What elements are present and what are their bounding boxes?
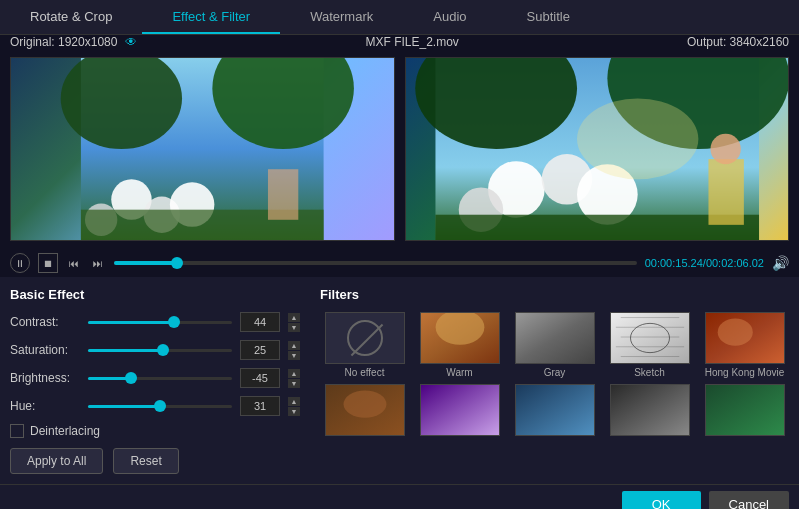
filter-row2-2[interactable] [415,384,504,439]
contrast-label: Contrast: [10,315,80,329]
filter-gray[interactable]: Gray [510,312,599,378]
filter-row2-3[interactable] [510,384,599,439]
bottom-panel: Basic Effect Contrast: 44 ▲ ▼ Satur [0,277,799,484]
prev-frame-button[interactable]: ⏮ [66,255,82,271]
preview-original [10,57,395,241]
contrast-row: Contrast: 44 ▲ ▼ [10,312,300,332]
saturation-down[interactable]: ▼ [288,351,300,360]
contrast-down[interactable]: ▼ [288,323,300,332]
tab-subtitle[interactable]: Subtitle [497,0,600,34]
video-info-row: Original: 1920x1080 👁 MXF FILE_2.mov Out… [0,35,799,49]
hue-value: 31 [240,396,280,416]
progress-bar[interactable] [114,261,637,265]
brightness-row: Brightness: -45 ▲ ▼ [10,368,300,388]
contrast-slider[interactable] [88,314,232,330]
contrast-value: 44 [240,312,280,332]
brightness-value: -45 [240,368,280,388]
deinterlace-checkbox[interactable] [10,424,24,438]
filter-thumb-no-effect [325,312,405,364]
filter-thumb-row2-3 [515,384,595,436]
contrast-fill [88,321,174,324]
filters-panel: Filters No effect [320,287,789,474]
saturation-up[interactable]: ▲ [288,341,300,350]
preview-output [405,57,790,241]
contrast-up[interactable]: ▲ [288,313,300,322]
tab-bar: Rotate & Crop Effect & Filter Watermark … [0,0,799,35]
deinterlace-label: Deinterlacing [30,424,100,438]
filter-label-sketch: Sketch [634,367,665,378]
brightness-down[interactable]: ▼ [288,379,300,388]
saturation-label: Saturation: [10,343,80,357]
filter-row2-4[interactable] [605,384,694,439]
filter-thumb-row2-5 [705,384,785,436]
svg-rect-40 [706,385,784,436]
no-effect-line [350,324,383,357]
cancel-button[interactable]: Cancel [709,491,789,509]
dialog-buttons: OK Cancel [0,484,799,509]
action-buttons: Apply to All Reset [10,448,300,474]
svg-point-17 [577,98,698,179]
stop-button[interactable]: ⏹ [38,253,58,273]
brightness-up[interactable]: ▲ [288,369,300,378]
tab-effect-filter[interactable]: Effect & Filter [142,0,280,34]
filter-hk-movie[interactable]: Hong Kong Movie [700,312,789,378]
main-area: Original: 1920x1080 👁 MXF FILE_2.mov Out… [0,35,799,509]
hue-fill [88,405,160,408]
filter-thumb-sketch [610,312,690,364]
filter-row2-1[interactable] [320,384,409,439]
filter-label-gray: Gray [544,367,566,378]
filters-title: Filters [320,287,789,302]
saturation-fill [88,349,163,352]
svg-rect-8 [268,169,298,220]
filters-grid: No effect [320,312,789,439]
volume-icon[interactable]: 🔊 [772,255,789,271]
hue-down[interactable]: ▼ [288,407,300,416]
brightness-label: Brightness: [10,371,80,385]
contrast-thumb[interactable] [168,316,180,328]
svg-rect-39 [611,385,689,436]
filter-sketch[interactable]: Sketch [605,312,694,378]
hue-spinners: ▲ ▼ [288,397,300,416]
filter-label-no-effect: No effect [345,367,385,378]
ok-button[interactable]: OK [622,491,701,509]
tab-watermark[interactable]: Watermark [280,0,403,34]
saturation-thumb[interactable] [157,344,169,356]
brightness-slider[interactable] [88,370,232,386]
time-display: 00:00:15.24/00:02:06.02 [645,257,764,269]
filter-no-effect[interactable]: No effect [320,312,409,378]
hue-label: Hue: [10,399,80,413]
file-name: MXF FILE_2.mov [365,35,458,49]
progress-thumb[interactable] [171,257,183,269]
saturation-slider[interactable] [88,342,232,358]
filter-thumb-row2-1 [325,384,405,436]
filter-label-hk-movie: Hong Kong Movie [705,367,785,378]
apply-all-button[interactable]: Apply to All [10,448,103,474]
saturation-spinners: ▲ ▼ [288,341,300,360]
tab-rotate-crop[interactable]: Rotate & Crop [0,0,142,34]
filter-row2-5[interactable] [700,384,789,439]
play-pause-button[interactable]: ⏸ [10,253,30,273]
next-frame-button[interactable]: ⏭ [90,255,106,271]
hue-slider[interactable] [88,398,232,414]
basic-effect-title: Basic Effect [10,287,300,302]
brightness-thumb[interactable] [125,372,137,384]
reset-button[interactable]: Reset [113,448,178,474]
filter-thumb-row2-2 [420,384,500,436]
brightness-spinners: ▲ ▼ [288,369,300,388]
filter-thumb-gray [515,312,595,364]
filter-label-warm: Warm [446,367,472,378]
preview-toggle-icon[interactable]: 👁 [125,35,137,49]
hue-row: Hue: 31 ▲ ▼ [10,396,300,416]
svg-point-19 [710,134,740,164]
hue-thumb[interactable] [154,400,166,412]
filter-thumb-hk-movie [705,312,785,364]
svg-point-34 [717,319,752,346]
tab-audio[interactable]: Audio [403,0,496,34]
svg-point-36 [343,391,386,418]
no-effect-circle [347,320,383,356]
original-thumbnail [11,58,394,240]
filter-warm[interactable]: Warm [415,312,504,378]
hue-up[interactable]: ▲ [288,397,300,406]
svg-rect-18 [708,159,743,225]
output-thumbnail [406,58,789,240]
